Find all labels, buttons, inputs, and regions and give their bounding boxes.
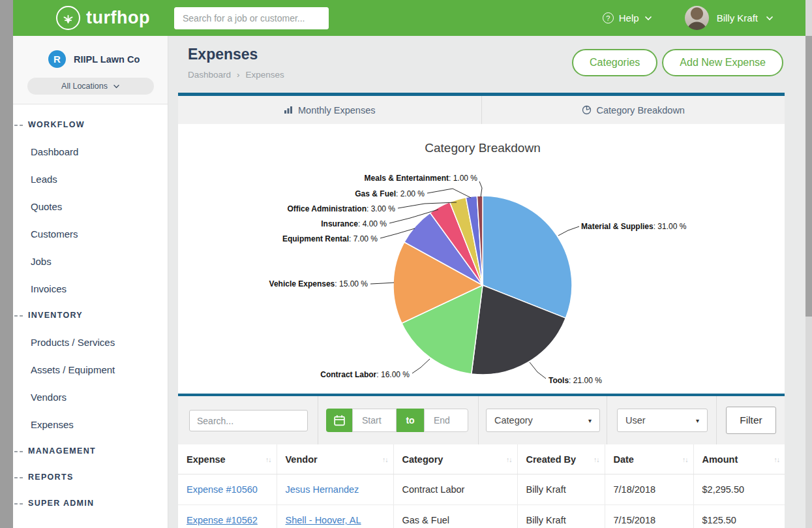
sidebar-item-expenses[interactable]: Expenses bbox=[13, 411, 168, 438]
slice-label-vehicle-expenses: Vehicle Expenses: 15.00 % bbox=[269, 279, 368, 288]
sidebar-item-leads[interactable]: Leads bbox=[13, 165, 168, 193]
chevron-down-icon bbox=[766, 16, 774, 21]
cell-amount: $125.50 bbox=[693, 505, 785, 528]
column-header-expense[interactable]: Expense↑↓ bbox=[178, 444, 277, 474]
page-actions: CategoriesAdd New Expense bbox=[572, 49, 783, 76]
app-root: turfhop ? Help Billy Kraft R bbox=[0, 0, 812, 528]
slice-label-gas-fuel: Gas & Fuel: 2.00 % bbox=[355, 189, 425, 198]
location-selector-label: All Locations bbox=[61, 82, 108, 91]
filter-divider bbox=[478, 396, 479, 444]
breadcrumb: Dashboard›Expenses bbox=[188, 70, 284, 80]
sidebar-section-management[interactable]: MANAGEMENT bbox=[13, 438, 168, 464]
sort-icon: ↑↓ bbox=[594, 456, 599, 463]
expense-link[interactable]: Expense #10560 bbox=[187, 484, 258, 495]
section-dash-icon bbox=[14, 125, 23, 126]
categories-button[interactable]: Categories bbox=[572, 49, 657, 76]
bar-chart-icon bbox=[284, 106, 293, 114]
date-end-input[interactable] bbox=[424, 409, 468, 432]
label-leader-line bbox=[427, 189, 471, 198]
label-leader-line bbox=[412, 359, 430, 373]
calendar-icon[interactable] bbox=[326, 409, 352, 432]
main-content: Expenses Dashboard›Expenses CategoriesAd… bbox=[168, 36, 812, 528]
section-dash-icon bbox=[14, 315, 23, 317]
brand-logo[interactable]: turfhop bbox=[56, 6, 150, 30]
sidebar-item-customers[interactable]: Customers bbox=[13, 220, 168, 247]
date-range-picker: to bbox=[326, 409, 468, 432]
vendor-link[interactable]: Shell - Hoover, AL bbox=[286, 515, 361, 525]
left-edge-strip bbox=[0, 0, 13, 528]
breadcrumb-item-dashboard[interactable]: Dashboard bbox=[188, 70, 231, 80]
category-select[interactable]: Category ▾ bbox=[486, 409, 600, 432]
column-header-date[interactable]: Date↑↓ bbox=[605, 444, 693, 474]
cell-vendor: Shell - Hoover, AL bbox=[277, 505, 393, 528]
tab-label: Monthly Expenses bbox=[298, 105, 375, 116]
filter-divider bbox=[716, 396, 717, 444]
add-new-expense-button[interactable]: Add New Expense bbox=[662, 49, 783, 76]
vertical-scrollbar[interactable] bbox=[805, 0, 812, 528]
slice-label-material-supplies: Material & Supplies: 31.00 % bbox=[581, 222, 687, 231]
cell-created-by: Billy Kraft bbox=[517, 474, 605, 505]
section-dash-icon bbox=[14, 477, 23, 478]
filter-button[interactable]: Filter bbox=[726, 407, 776, 434]
column-header-created-by[interactable]: Created By↑↓ bbox=[517, 444, 605, 474]
sidebar-item-dashboard[interactable]: Dashboard bbox=[13, 138, 168, 165]
chart-card: Monthly ExpensesCategory Breakdown Categ… bbox=[178, 93, 785, 394]
page-title: Expenses bbox=[188, 46, 258, 63]
sidebar-item-assets-equipment[interactable]: Assets / Equipment bbox=[13, 356, 168, 383]
column-label: Amount bbox=[702, 454, 738, 465]
column-header-category[interactable]: Category↑↓ bbox=[393, 444, 517, 474]
company-block: R RIIPL Lawn Co All Locations bbox=[13, 36, 168, 104]
sidebar-section-inventory[interactable]: INVENTORY bbox=[13, 302, 168, 328]
column-label: Vendor bbox=[286, 454, 318, 465]
sidebar-section-super-admin[interactable]: SUPER ADMIN bbox=[13, 490, 168, 516]
slice-label-contract-labor: Contract Labor: 16.00 % bbox=[320, 370, 410, 379]
sidebar-section-label: REPORTS bbox=[28, 473, 74, 482]
cell-date: 7/18/2018 bbox=[605, 474, 693, 505]
table-body: Expense #10560Jesus HernandezContract La… bbox=[178, 474, 785, 528]
sidebar-section-workflow[interactable]: WORKFLOW bbox=[13, 112, 168, 138]
filter-divider bbox=[607, 396, 607, 444]
sort-icon: ↑↓ bbox=[382, 456, 388, 463]
sort-icon: ↑↓ bbox=[682, 456, 688, 463]
slice-label-office-administration: Office Administration: 3.00 % bbox=[287, 204, 395, 213]
tab-category-breakdown[interactable]: Category Breakdown bbox=[481, 96, 785, 124]
dropdown-arrow-icon: ▾ bbox=[588, 417, 592, 424]
cell-expense: Expense #10562 bbox=[178, 505, 277, 528]
table-search-input[interactable] bbox=[189, 410, 308, 431]
breadcrumb-separator: › bbox=[237, 70, 240, 80]
expenses-list-card: to Category ▾ User ▾ Filter Expense↑↓V bbox=[178, 394, 785, 528]
scrollbar-thumb[interactable] bbox=[805, 36, 812, 317]
vendor-link[interactable]: Jesus Hernandez bbox=[286, 484, 359, 495]
tab-monthly-expenses[interactable]: Monthly Expenses bbox=[178, 96, 481, 124]
chart-title: Category Breakdown bbox=[425, 141, 540, 155]
sidebar-section-reports[interactable]: REPORTS bbox=[13, 464, 168, 490]
date-range-to-label: to bbox=[397, 409, 424, 432]
cell-category: Contract Labor bbox=[393, 474, 517, 505]
column-header-vendor[interactable]: Vendor↑↓ bbox=[277, 444, 393, 474]
user-menu[interactable]: Billy Kraft bbox=[685, 6, 774, 30]
sidebar-item-invoices[interactable]: Invoices bbox=[13, 275, 168, 302]
sort-icon: ↑↓ bbox=[265, 456, 271, 463]
location-selector[interactable]: All Locations bbox=[27, 78, 154, 95]
sidebar-item-jobs[interactable]: Jobs bbox=[13, 247, 168, 275]
column-label: Date bbox=[614, 454, 634, 465]
slice-label-meals-entertainment: Meals & Entertainment: 1.00 % bbox=[365, 174, 478, 183]
column-label: Expense bbox=[187, 454, 226, 465]
column-header-amount[interactable]: Amount↑↓ bbox=[693, 444, 785, 474]
company-name: RIIPL Lawn Co bbox=[74, 54, 140, 65]
date-start-input[interactable] bbox=[352, 409, 397, 432]
global-search-input[interactable] bbox=[174, 7, 329, 29]
expense-link[interactable]: Expense #10562 bbox=[187, 515, 258, 525]
sidebar-section-label: SUPER ADMIN bbox=[28, 499, 94, 508]
help-label: Help bbox=[619, 12, 639, 23]
sidebar-item-quotes[interactable]: Quotes bbox=[13, 193, 168, 220]
chevron-down-icon bbox=[113, 84, 120, 89]
breadcrumb-item-expenses[interactable]: Expenses bbox=[246, 70, 284, 80]
cell-date: 7/15/2018 bbox=[605, 505, 693, 528]
turfhop-grass-icon bbox=[56, 6, 80, 30]
help-menu[interactable]: ? Help bbox=[603, 12, 652, 23]
pie-chart-icon bbox=[582, 105, 592, 115]
sidebar-item-products-services[interactable]: Products / Services bbox=[13, 328, 168, 356]
sidebar-item-vendors[interactable]: Vendors bbox=[13, 383, 168, 411]
user-select[interactable]: User ▾ bbox=[617, 409, 708, 432]
